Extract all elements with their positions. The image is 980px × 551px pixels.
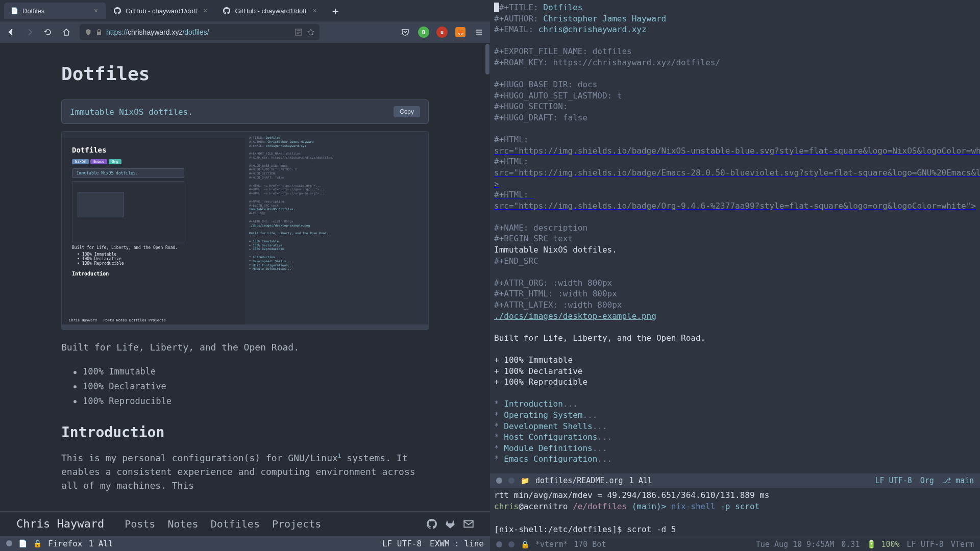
page-title: Dotfiles: [61, 63, 429, 84]
url-text: https://chrishayward.xyz/dotfiles/: [106, 28, 209, 36]
forward-button[interactable]: [22, 25, 37, 39]
feature-list: 100% Immutable 100% Declarative 100% Rep…: [61, 364, 429, 409]
close-icon[interactable]: ×: [311, 7, 319, 15]
nav-link-dotfiles[interactable]: Dotfiles: [211, 518, 260, 530]
code-block: Immutable NixOS dotfiles. Copy: [61, 99, 429, 124]
lock-icon: 🔒: [33, 539, 42, 547]
modeline-firefox: 📄 🔒 Firefox 1 All LF UTF-8 EXWM : line: [0, 536, 490, 551]
intro-paragraph: This is my personal configuration(s) for…: [61, 451, 429, 492]
encoding: LF UTF-8: [382, 539, 422, 548]
reader-icon[interactable]: [295, 29, 302, 36]
nav-link-notes[interactable]: Notes: [167, 518, 198, 530]
datetime: Tue Aug 10 9:45AM: [756, 540, 835, 549]
reload-button[interactable]: [41, 25, 55, 39]
terminal-output: rtt min/avg/max/mdev = 49.294/186.651/36…: [494, 490, 976, 501]
org-editor[interactable]: #+TITLE: Dotfiles #+AUTHOR: Christopher …: [490, 0, 980, 473]
browser-tab-active[interactable]: 📄 Dotfiles ×: [4, 3, 106, 19]
list-item: 100% Declarative: [74, 379, 429, 394]
major-mode: VTerm: [951, 540, 974, 549]
encoding: LF UTF-8: [875, 476, 912, 485]
modeline-vterm: 🔒 *vterm* 170 Bot Tue Aug 10 9:45AM 0.31…: [490, 537, 980, 551]
modeline-dot-icon: [496, 541, 502, 547]
terminal-prompt-line: chris@acernitro /e/dotfiles (main)> nix-…: [494, 501, 976, 512]
cursor-position: 170 Bot: [574, 540, 606, 549]
github-icon[interactable]: [427, 519, 437, 529]
url-bar[interactable]: https://chrishayward.xyz/dotfiles/: [80, 24, 320, 40]
extension-orange[interactable]: 🦊: [453, 25, 468, 39]
svg-rect-4: [464, 520, 473, 527]
tab-title: GitHub - chayward1/dotf: [126, 7, 197, 15]
battery-status: 🔋 100%: [867, 540, 899, 549]
browser-actions: B u 🦊: [398, 25, 486, 39]
url-actions: [295, 29, 314, 36]
site-nav: Chris Hayward Posts Notes Dotfiles Proje…: [0, 511, 490, 536]
git-branch: ⎇ main: [942, 476, 974, 485]
browser-toolbar: https://chrishayward.xyz/dotfiles/ B u 🦊: [0, 21, 490, 43]
folder-icon: 📁: [521, 477, 529, 485]
extension-green[interactable]: B: [416, 25, 431, 39]
bookmark-icon[interactable]: [307, 29, 314, 36]
buffer-path: dotfiles/README.org: [535, 476, 623, 485]
major-mode: EXWM : line: [430, 539, 484, 548]
nav-link-projects[interactable]: Projects: [272, 518, 321, 530]
cursor-position: 1 All: [88, 539, 113, 548]
modeline-dot-icon: [508, 478, 514, 484]
load-average: 0.31: [841, 540, 860, 549]
code-text: Immutable NixOS dotfiles.: [70, 107, 193, 117]
nav-link-posts[interactable]: Posts: [125, 518, 155, 530]
terminal-blank: [494, 513, 976, 524]
modeline-dot-icon: [6, 540, 12, 546]
extension-red[interactable]: u: [435, 25, 449, 39]
list-item: 100% Immutable: [74, 364, 429, 379]
tab-title: Dotfiles: [22, 7, 88, 15]
lock-icon: [96, 29, 102, 36]
section-heading: Introduction: [61, 424, 429, 441]
modeline-editor: 📁 dotfiles/README.org 1 All LF UTF-8 Org…: [490, 473, 980, 488]
menu-button[interactable]: [472, 25, 486, 39]
buffer-name: *vterm*: [535, 540, 568, 549]
terminal-prompt-line: [nix-shell:/etc/dotfiles]$ scrot -d 5: [494, 524, 976, 535]
scrollbar[interactable]: [485, 43, 490, 511]
tagline-text: Built for Life, Liberty, and the Open Ro…: [61, 340, 429, 354]
tab-title: GitHub - chayward1/dotf: [235, 7, 306, 15]
pocket-icon[interactable]: [398, 25, 412, 39]
list-item: 100% Reproducible: [74, 394, 429, 409]
back-button[interactable]: [4, 25, 18, 39]
major-mode: Org: [920, 476, 934, 485]
home-button[interactable]: [59, 25, 74, 39]
emacs-window: #+TITLE: Dotfiles #+AUTHOR: Christopher …: [490, 0, 980, 551]
github-icon: [223, 7, 231, 15]
close-icon[interactable]: ×: [201, 7, 209, 15]
new-tab-button[interactable]: +: [326, 5, 345, 17]
webpage-content: Dotfiles Immutable NixOS dotfiles. Copy …: [0, 43, 490, 511]
browser-tab[interactable]: GitHub - chayward1/dotf ×: [107, 3, 215, 19]
shield-icon: [85, 29, 92, 36]
mail-icon[interactable]: [463, 519, 474, 529]
vterm-terminal[interactable]: rtt min/avg/max/mdev = 49.294/186.651/36…: [490, 488, 980, 537]
firefox-window: 📄 Dotfiles × GitHub - chayward1/dotf × G…: [0, 0, 490, 551]
favicon-icon: 📄: [10, 7, 18, 15]
copy-button[interactable]: Copy: [394, 106, 420, 117]
buffer-name: Firefox: [48, 539, 82, 548]
gitlab-icon[interactable]: [445, 519, 455, 529]
close-icon[interactable]: ×: [92, 7, 100, 15]
desktop-screenshot: Dotfiles NixOS Emacs Org Immutable NixOS…: [61, 131, 429, 330]
cursor-position: 1 All: [629, 476, 652, 485]
file-icon: 📄: [18, 539, 27, 547]
modeline-dot-icon: [508, 541, 514, 547]
encoding: LF UTF-8: [907, 540, 944, 549]
github-icon: [113, 7, 121, 15]
browser-tab[interactable]: GitHub - chayward1/dotf ×: [216, 3, 325, 19]
lock-icon: 🔒: [521, 540, 529, 548]
modeline-dot-icon: [496, 478, 502, 484]
site-brand[interactable]: Chris Hayward: [16, 517, 104, 530]
browser-tab-bar: 📄 Dotfiles × GitHub - chayward1/dotf × G…: [0, 0, 490, 21]
